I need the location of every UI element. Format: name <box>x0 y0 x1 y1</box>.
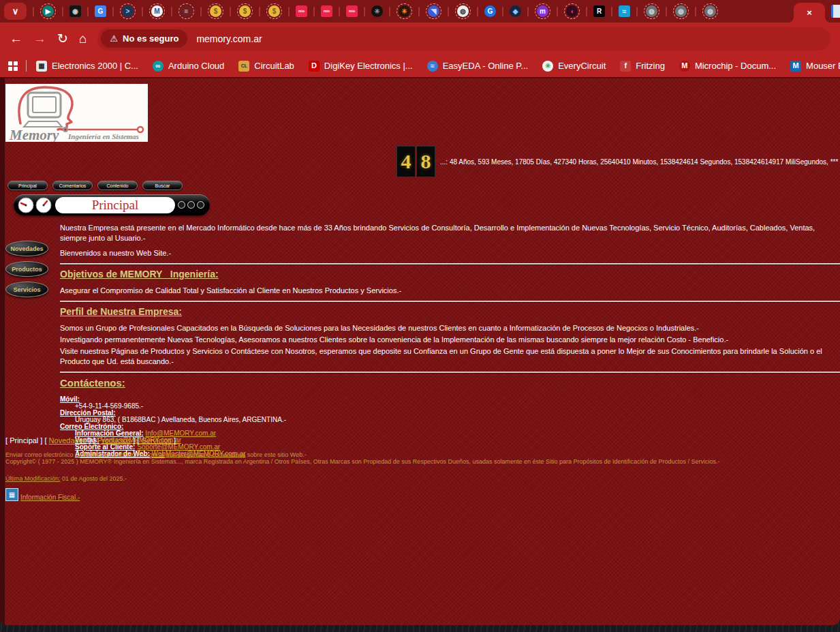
mio-3-icon: mio <box>346 5 358 17</box>
nav-button-comentarios[interactable]: Comentarios <box>52 181 93 190</box>
tab-m-purple[interactable]: m <box>521 3 550 19</box>
banner-title-panel: Principal <box>55 197 175 213</box>
forward-icon[interactable]: → <box>33 32 46 45</box>
tab-google-g[interactable]: G <box>471 5 496 17</box>
bookmark-digikey[interactable]: DDigiKey Electronics |... <box>309 61 413 72</box>
security-chip[interactable]: ⚠ No es seguro <box>101 29 187 48</box>
home-icon[interactable]: ⌂ <box>79 32 87 45</box>
security-chip-label: No es seguro <box>123 33 178 44</box>
mio-2-icon: mio <box>321 5 332 17</box>
site-logo: Memory Ingeniería en Sistemas <box>5 84 148 142</box>
tab-coin-3[interactable]: $ <box>253 3 282 19</box>
tab-mio-3[interactable]: mio <box>332 5 358 17</box>
bookmark-mouser[interactable]: MMouser Electronics <box>790 61 840 72</box>
movil-value: +54-9-11-4-569-9685.- <box>60 403 840 410</box>
partial-tab-favicon <box>831 5 840 18</box>
tab-starburst-orange[interactable]: ✳ <box>383 3 412 19</box>
url-text[interactable]: memory.com.ar <box>196 33 262 44</box>
footer-nav-productos[interactable]: Productos <box>97 436 131 445</box>
bookmark-microchip[interactable]: MMicrochip - Docum... <box>679 61 776 72</box>
logo-tagline-text: Ingeniería en Sistemas <box>67 132 139 140</box>
sidebar-item-servicios[interactable]: Servicios <box>5 282 48 297</box>
footer-webmaster-link[interactable]: WebMaster@MEMORY.com.ar <box>80 451 165 458</box>
intro-paragraph: Nuestra Empresa está presente en el Merc… <box>60 223 840 243</box>
sidebar-item-novedades[interactable]: Novedades <box>5 241 48 256</box>
tab-strip: ▶◉G>M≡$$$miomiomio✳✳◥◍G◆m◖R≈◍◍◍ <box>27 0 718 22</box>
nav-button-buscar[interactable]: Buscar <box>142 181 183 190</box>
bookmarks-list: ▦Electronics 2000 | C...∞Arduino CloudCL… <box>36 55 840 77</box>
camera-black-icon: ◉ <box>69 5 81 17</box>
tab-gemini-diamond[interactable]: ◆ <box>496 5 521 17</box>
address-bar[interactable]: ⚠ No es seguro memory.com.ar <box>97 27 830 50</box>
fiscal-qr-icon[interactable]: ▦ <box>5 488 18 501</box>
tab-knot-dark[interactable]: ✳ <box>358 5 383 17</box>
globe-1-icon: ◍ <box>646 5 657 17</box>
close-icon[interactable]: × <box>807 7 812 18</box>
bookmark-fritzing[interactable]: fFritzing <box>620 61 665 72</box>
wing-blue-icon: ◥ <box>428 5 439 17</box>
coin-3-icon: $ <box>268 5 280 17</box>
section-heading-contacto: Contáctenos: <box>60 377 840 389</box>
warning-icon: ⚠ <box>110 33 118 44</box>
footer-nav-novedades[interactable]: Novedades <box>49 436 87 445</box>
back-icon[interactable]: ← <box>10 32 22 45</box>
mouser-icon: M <box>790 61 801 72</box>
reload-icon[interactable]: ↻ <box>57 32 68 45</box>
tab-coin-1[interactable]: $ <box>194 3 223 19</box>
sidebar-item-productos[interactable]: Productos <box>5 261 48 277</box>
apps-grid-icon[interactable] <box>8 61 18 71</box>
gauge-icon <box>35 196 52 214</box>
section-heading-objetivos: Objetivos de MEMORY Ingeniería: <box>60 269 840 280</box>
counter-digit: 4 <box>396 146 416 177</box>
divider <box>60 372 840 373</box>
circuitlab-icon: CL <box>238 61 249 72</box>
footer-nav-servicios[interactable]: Servicios <box>141 436 172 445</box>
bookmark-arduino-cloud[interactable]: ∞Arduino Cloud <box>153 61 224 72</box>
bookmark-label: CircuitLab <box>254 61 294 71</box>
tab-magenta-shape[interactable]: ◖ <box>550 3 580 19</box>
tab-media-green[interactable]: ▶ <box>27 3 56 19</box>
footer-email-suffix: con preguntas o comentarios sobre este s… <box>165 451 307 458</box>
tab-mio-2[interactable]: mio <box>307 5 332 17</box>
logo-brand-text: Memory <box>9 127 59 142</box>
tab-search-button[interactable]: ∨ <box>4 3 27 20</box>
tab-bar: ∨ ▶◉G>M≡$$$miomiomio✳✳◥◍G◆m◖R≈◍◍◍ × <box>0 0 840 22</box>
tab-camera-black[interactable]: ◉ <box>56 5 81 17</box>
globe-3-icon: ◍ <box>704 5 716 17</box>
tab-globe-3[interactable]: ◍ <box>689 3 718 19</box>
perfil-paragraph: Investigando permanentemente Nuevas Tecn… <box>60 335 840 345</box>
globe-2-icon: ◍ <box>675 5 687 17</box>
welcome-paragraph: Bienvenidos a nuestro Web Site.- <box>60 248 840 258</box>
bookmark-everycircuit[interactable]: ✳EveryCircuit <box>542 61 606 72</box>
microchip-icon: M <box>679 61 690 72</box>
bookmark-circuitlab[interactable]: CLCircuitLab <box>238 61 294 72</box>
divider <box>60 301 840 302</box>
tab-mio-1[interactable]: mio <box>282 5 307 17</box>
bookmark-easyeda[interactable]: ≈EasyEDA - Online P... <box>427 61 529 72</box>
last-modified-value: 01 de Agosto del 2025.- <box>61 475 127 482</box>
easyeda-icon: ≈ <box>427 61 438 72</box>
tab-pulse-teal[interactable]: ≈ <box>605 5 630 17</box>
tab-sphere-white[interactable]: ◍ <box>441 3 471 19</box>
nav-button-contenido[interactable]: Contenido <box>97 181 138 190</box>
tab-coin-2[interactable]: $ <box>223 3 253 19</box>
gemini-diamond-icon: ◆ <box>510 5 521 17</box>
bookmark-label: Mouser Electronics <box>806 61 840 71</box>
r-black-icon: R <box>593 5 605 17</box>
tab-translate[interactable]: G <box>81 5 106 17</box>
tab-terminal-blue[interactable]: > <box>106 3 136 19</box>
bookmark-electronics-2000[interactable]: ▦Electronics 2000 | C... <box>36 61 138 72</box>
active-tab[interactable]: × <box>794 3 825 22</box>
tab-stack-red[interactable]: ≡ <box>165 3 194 19</box>
tab-wing-blue[interactable]: ◥ <box>412 3 441 19</box>
counter-text: ...: 48 Años, 593 Meses, 17805 Días, 427… <box>440 158 840 166</box>
digikey-icon: D <box>309 61 320 72</box>
tab-r-black[interactable]: R <box>580 5 605 17</box>
tab-globe-2[interactable]: ◍ <box>659 3 689 19</box>
fiscal-info: ▦ Información Fiscal.- <box>5 488 840 501</box>
tab-m-white[interactable]: M <box>136 3 165 19</box>
footer-nav-principal: Principal <box>10 436 38 445</box>
fiscal-info-link[interactable]: Información Fiscal.- <box>20 494 80 501</box>
tab-globe-1[interactable]: ◍ <box>630 3 659 19</box>
nav-button-principal[interactable]: Principal <box>7 181 48 190</box>
